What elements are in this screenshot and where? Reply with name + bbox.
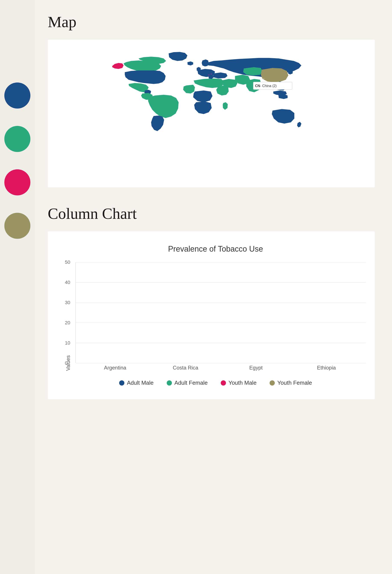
x-axis-country-label: Egypt — [221, 365, 291, 371]
chart-subtitle: Prevalence of Tobacco Use — [65, 245, 366, 254]
legend-adult-female: Adult Female — [167, 379, 208, 386]
chart-plot: 01020304050 — [76, 262, 366, 363]
adult-female-legend-label: Adult Female — [175, 379, 208, 386]
column-chart-title: Column Chart — [48, 205, 375, 223]
youth-male-legend-label: Youth Male — [228, 379, 257, 386]
adult-male-legend-label: Adult Male — [127, 379, 154, 386]
adult-male-legend-dot — [119, 380, 124, 386]
youth-male-dot — [4, 169, 30, 195]
grid-label: 30 — [65, 300, 70, 306]
grid-line: 0 — [76, 363, 366, 363]
adult-female-legend-dot — [167, 380, 172, 386]
map-section: Map — [48, 13, 375, 187]
main-content: Map — [35, 0, 392, 574]
x-axis-country-label: Ethiopia — [291, 365, 362, 371]
grid-label: 50 — [65, 259, 70, 265]
chart-legend: Adult Male Adult Female Youth Male Youth… — [65, 379, 366, 386]
svg-text:☞: ☞ — [261, 77, 265, 82]
grid-label: 20 — [65, 320, 70, 326]
legend-youth-male: Youth Male — [221, 379, 257, 386]
svg-text:CN- China (2): CN- China (2) — [255, 84, 277, 88]
x-axis-country-label: Costa Rica — [150, 365, 221, 371]
grid-label: 10 — [65, 340, 70, 346]
page-container: Map — [0, 0, 392, 574]
youth-female-legend-dot — [269, 380, 275, 386]
svg-rect-2 — [211, 73, 212, 75]
map-title: Map — [48, 13, 375, 31]
adult-female-dot — [4, 126, 30, 152]
bars-container — [76, 262, 366, 363]
grid-label: 40 — [65, 280, 70, 285]
x-axis-labels: ArgentinaCosta RicaEgyptEthiopia — [76, 365, 366, 371]
chart-section: Column Chart Prevalence of Tobacco Use V… — [48, 205, 375, 399]
sidebar — [0, 0, 35, 574]
world-map[interactable]: ☞ CN- China (2) — [56, 48, 366, 179]
adult-male-dot — [4, 82, 30, 108]
map-container: ☞ CN- China (2) — [48, 40, 375, 187]
y-axis-label: Values — [65, 262, 71, 371]
chart-container: Prevalence of Tobacco Use Values 0102030… — [48, 231, 375, 399]
grid-label: 0 — [65, 360, 67, 366]
youth-female-legend-label: Youth Female — [277, 379, 312, 386]
youth-male-legend-dot — [221, 380, 226, 386]
legend-youth-female: Youth Female — [269, 379, 312, 386]
chart-area: Values 01020304050 ArgentinaCosta RicaEg… — [65, 262, 366, 371]
x-axis-country-label: Argentina — [80, 365, 150, 371]
youth-female-dot — [4, 213, 30, 239]
legend-adult-male: Adult Male — [119, 379, 154, 386]
chart-inner: 01020304050 ArgentinaCosta RicaEgyptEthi… — [76, 262, 366, 371]
